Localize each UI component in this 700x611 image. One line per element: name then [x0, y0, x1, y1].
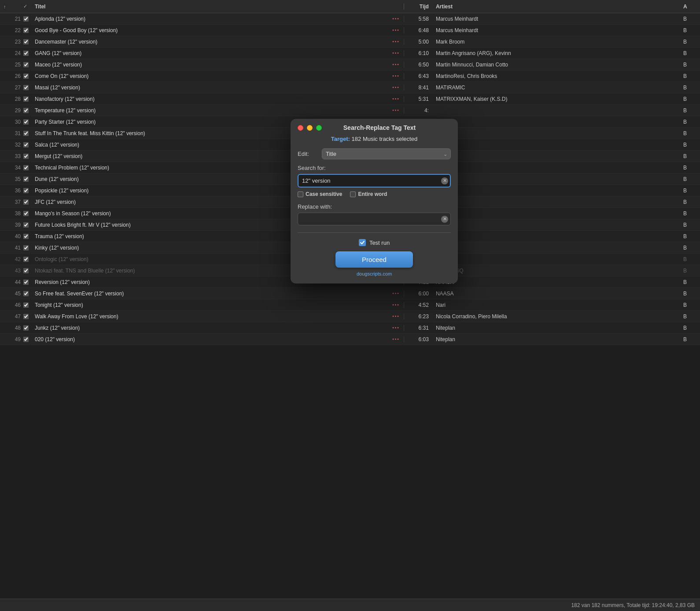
row-checkbox-cell[interactable]	[23, 234, 33, 239]
row-checkbox[interactable]	[23, 16, 29, 22]
table-row[interactable]: 48 Junkz (12" version) ••• 6:31 Niteplan…	[0, 322, 700, 334]
row-checkbox-cell[interactable]	[23, 142, 33, 147]
row-options-dots[interactable]: •••	[388, 62, 404, 67]
row-checkbox[interactable]	[23, 291, 29, 296]
row-checkbox-cell[interactable]	[23, 51, 33, 56]
row-checkbox[interactable]	[23, 165, 29, 170]
row-checkbox[interactable]	[23, 257, 29, 262]
table-row[interactable]: 47 Walk Away From Love (12" version) •••…	[0, 311, 700, 322]
replace-input[interactable]	[298, 213, 451, 225]
row-checkbox[interactable]	[23, 211, 29, 216]
col-artiest-header[interactable]: Artiest	[432, 4, 683, 10]
row-checkbox[interactable]	[23, 222, 29, 228]
row-checkbox-cell[interactable]	[23, 96, 33, 102]
table-row[interactable]: 45 So Free feat. SevenEver (12" version)…	[0, 288, 700, 299]
search-replace-dialog[interactable]: Search-Replace Tag Text Target: 182 Musi…	[291, 119, 458, 283]
row-checkbox-cell[interactable]	[23, 85, 33, 90]
row-checkbox-cell[interactable]	[23, 280, 33, 285]
row-checkbox-cell[interactable]	[23, 199, 33, 205]
row-checkbox[interactable]	[23, 131, 29, 136]
row-checkbox-cell[interactable]	[23, 108, 33, 113]
row-checkbox-cell[interactable]	[23, 337, 33, 342]
table-row[interactable]: 22 Good Bye - Good Boy (12" version) •••…	[0, 25, 700, 36]
row-checkbox[interactable]	[23, 325, 29, 331]
row-checkbox[interactable]	[23, 119, 29, 125]
row-checkbox-cell[interactable]	[23, 325, 33, 331]
row-checkbox-cell[interactable]	[23, 39, 33, 44]
table-row[interactable]: 29 Temperature (12" version) ••• 4: B	[0, 105, 700, 116]
table-row[interactable]: 46 Tonight (12" version) ••• 4:52 Nari B	[0, 299, 700, 311]
row-options-dots[interactable]: •••	[388, 28, 404, 33]
row-checkbox-cell[interactable]	[23, 291, 33, 296]
credit-link[interactable]: dougscripts.com	[298, 271, 451, 276]
edit-select[interactable]: TitleArtistAlbumGenreYearComment	[322, 148, 451, 159]
table-row[interactable]: 24 GANG (12" version) ••• 6:10 Martin An…	[0, 48, 700, 59]
row-checkbox-cell[interactable]	[23, 165, 33, 170]
col-check-header[interactable]: ✓	[23, 4, 33, 9]
row-checkbox-cell[interactable]	[23, 74, 33, 79]
row-checkbox-cell[interactable]	[23, 222, 33, 228]
row-checkbox[interactable]	[23, 188, 29, 193]
row-checkbox-cell[interactable]	[23, 177, 33, 182]
row-checkbox[interactable]	[23, 39, 29, 44]
row-checkbox[interactable]	[23, 337, 29, 342]
row-checkbox-cell[interactable]	[23, 302, 33, 308]
row-checkbox[interactable]	[23, 280, 29, 285]
row-options-dots[interactable]: •••	[388, 291, 404, 296]
row-checkbox-cell[interactable]	[23, 188, 33, 193]
entire-word-checkbox[interactable]	[350, 191, 356, 197]
row-options-dots[interactable]: •••	[388, 51, 404, 55]
table-row[interactable]: 26 Come On (12" version) ••• 6:43 Martin…	[0, 70, 700, 82]
row-checkbox-cell[interactable]	[23, 211, 33, 216]
table-row[interactable]: 28 Nanofactory (12" version) ••• 5:31 MA…	[0, 93, 700, 105]
row-checkbox-cell[interactable]	[23, 16, 33, 22]
row-checkbox[interactable]	[23, 268, 29, 273]
test-run-checkbox[interactable]	[359, 239, 366, 246]
col-num-header[interactable]: ↑	[4, 4, 23, 9]
row-checkbox[interactable]	[23, 177, 29, 182]
row-checkbox-cell[interactable]	[23, 119, 33, 125]
row-options-dots[interactable]: •••	[388, 74, 404, 78]
row-checkbox[interactable]	[23, 51, 29, 56]
row-options-dots[interactable]: •••	[388, 314, 404, 319]
col-tijd-header[interactable]: Tijd	[404, 4, 432, 10]
row-checkbox-cell[interactable]	[23, 131, 33, 136]
row-checkbox[interactable]	[23, 245, 29, 250]
row-options-dots[interactable]: •••	[388, 108, 404, 113]
row-checkbox[interactable]	[23, 28, 29, 33]
row-checkbox[interactable]	[23, 154, 29, 159]
row-options-dots[interactable]: •••	[388, 39, 404, 44]
row-checkbox[interactable]	[23, 142, 29, 147]
table-row[interactable]: 21 Aplonda (12" version) ••• 5:58 Marcus…	[0, 13, 700, 25]
row-checkbox[interactable]	[23, 314, 29, 319]
table-row[interactable]: 49 020 (12" version) ••• 6:03 Niteplan B	[0, 334, 700, 345]
replace-clear-button[interactable]: ✕	[441, 216, 448, 223]
row-options-dots[interactable]: •••	[388, 96, 404, 101]
row-checkbox[interactable]	[23, 234, 29, 239]
table-row[interactable]: 23 Dancemaster (12" version) ••• 5:00 Ma…	[0, 36, 700, 48]
row-checkbox-cell[interactable]	[23, 28, 33, 33]
row-options-dots[interactable]: •••	[388, 85, 404, 90]
row-checkbox[interactable]	[23, 74, 29, 79]
proceed-button[interactable]: Proceed	[335, 251, 413, 268]
case-sensitive-option[interactable]: Case sensitive	[298, 191, 342, 197]
row-checkbox[interactable]	[23, 108, 29, 113]
table-row[interactable]: 27 Masai (12" version) ••• 8:41 MATIRAMI…	[0, 82, 700, 93]
search-input[interactable]	[298, 174, 451, 188]
row-checkbox[interactable]	[23, 96, 29, 102]
entire-word-option[interactable]: Entire word	[350, 191, 387, 197]
row-checkbox[interactable]	[23, 199, 29, 205]
row-options-dots[interactable]: •••	[388, 16, 404, 21]
row-options-dots[interactable]: •••	[388, 302, 404, 307]
row-checkbox[interactable]	[23, 62, 29, 67]
row-checkbox-cell[interactable]	[23, 154, 33, 159]
row-checkbox-cell[interactable]	[23, 314, 33, 319]
col-title-header[interactable]: Titel	[33, 4, 388, 10]
row-options-dots[interactable]: •••	[388, 325, 404, 330]
close-button[interactable]	[298, 125, 303, 131]
row-checkbox[interactable]	[23, 85, 29, 90]
row-checkbox-cell[interactable]	[23, 62, 33, 67]
table-row[interactable]: 25 Maceo (12" version) ••• 6:50 Martin M…	[0, 59, 700, 70]
row-checkbox-cell[interactable]	[23, 257, 33, 262]
row-checkbox-cell[interactable]	[23, 268, 33, 273]
